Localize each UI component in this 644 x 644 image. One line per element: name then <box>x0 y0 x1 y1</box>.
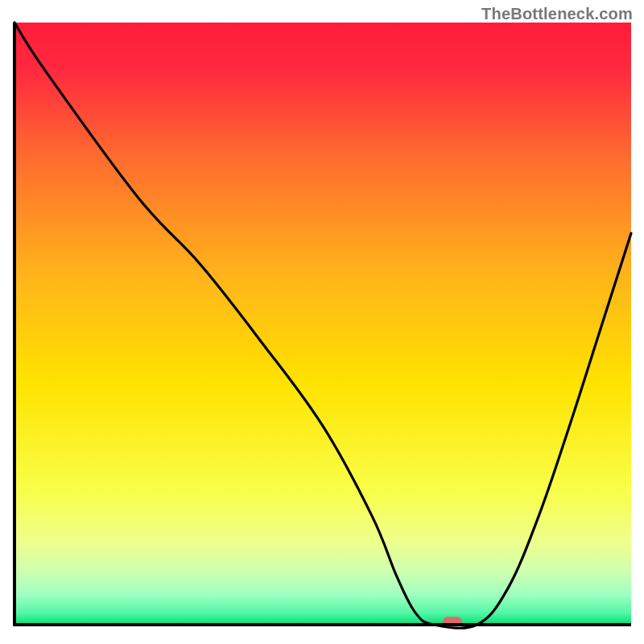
plot-background <box>14 23 631 625</box>
chart-container: TheBottleneck.com <box>0 0 644 644</box>
bottleneck-chart <box>0 0 644 644</box>
